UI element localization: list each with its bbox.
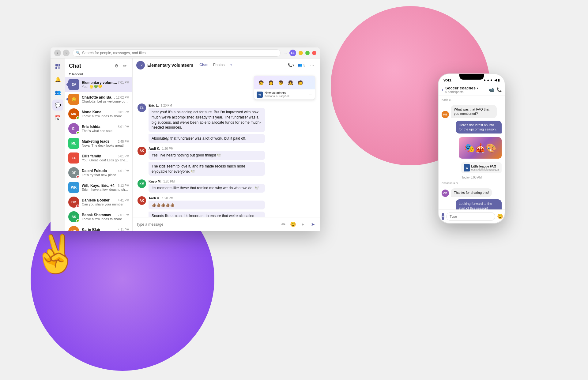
phone-notch <box>459 74 484 80</box>
message-input[interactable] <box>136 222 277 227</box>
status-dot-red <box>76 205 79 208</box>
chat-item[interactable]: WK Will, Kayo, Eric, +4 6:12 PM Eric: I … <box>65 180 132 195</box>
chat-item[interactable]: 😊 Charlotte and Babak 12:02 PM Charlotte… <box>65 92 132 107</box>
chat-item-name-row: Eric Ishida 5:01 PM <box>82 125 129 129</box>
chat-item-time: 12:02 PM <box>116 96 129 99</box>
chat-item[interactable]: DF Daichi Fukuda 4:01 PM Let's try that … <box>65 165 132 180</box>
sidebar-item-notifications[interactable]: 🔔 <box>52 74 63 85</box>
chat-item[interactable]: EI Eric Ishida 5:01 PM That's what she s… <box>65 121 132 136</box>
sidebar-item-teams[interactable] <box>52 61 63 72</box>
chat-item-info: Will, Kayo, Eric, +4 6:12 PM Eric: I hav… <box>82 183 129 191</box>
message-bubble: Yes, I've heard nothing but good things!… <box>149 151 265 160</box>
attach-button[interactable]: + <box>299 221 307 228</box>
phone-call-icon[interactable]: 📞 <box>496 87 502 92</box>
phone-message-input[interactable] <box>446 212 495 221</box>
message-content: Aadi K. 1:20 PM 👍🏽👍🏽👍🏽👍🏽👍🏽 Sounds like a… <box>149 196 315 217</box>
window-minimize-button[interactable] <box>299 51 303 55</box>
chat-item-preview: Can you share your number <box>82 202 129 206</box>
sidebar-item-chat[interactable]: 💬 <box>52 100 63 111</box>
more-icon[interactable]: ··· <box>309 92 312 97</box>
chat-list-actions: ⚙ ✏ <box>113 62 129 70</box>
phone-chat-actions: 📹 📞 <box>489 87 502 92</box>
phone-add-button[interactable]: + <box>442 213 444 220</box>
format-button[interactable]: ✏ <box>280 221 287 228</box>
window-close-button[interactable] <box>312 51 316 55</box>
chat-item-time: 4:41 PM <box>118 228 129 231</box>
phone-emoji-icon[interactable]: 😊 <box>497 213 503 219</box>
volunteer-card-body: W New volunteers Personal > KadjiBell ··… <box>254 89 315 100</box>
new-chat-button[interactable]: ✏ <box>121 62 129 70</box>
message-bubbles: 👍🏽👍🏽👍🏽👍🏽👍🏽 Sounds like a plan. It's impo… <box>149 201 315 217</box>
chat-item-avatar: MK <box>68 108 79 119</box>
chat-item-name: Charlotte and Babak <box>82 95 116 100</box>
message-content: Eric L. 1:20 PM hear you! It's a balanci… <box>149 103 315 143</box>
svg-rect-2 <box>55 67 57 69</box>
sidebar-item-people[interactable]: 👥 <box>52 87 63 98</box>
send-button[interactable]: ➤ <box>309 221 316 228</box>
tab-add[interactable]: + <box>228 62 235 68</box>
status-dot-green <box>76 219 79 222</box>
chat-item[interactable]: EF Ellis family 5:01 PM You: Great idea!… <box>65 151 132 165</box>
chat-item[interactable]: BS Babak Shammas 7:01 PM I have a few id… <box>65 209 132 224</box>
chat-item[interactable]: ML Marketing leads 2:45 PM Nova: The dec… <box>65 136 132 151</box>
chat-item[interactable]: EV Elementary volunteers 7:01 PM You: 🌟💚… <box>65 77 132 92</box>
status-dot-green <box>76 131 79 134</box>
chat-item-time: 4:01 PM <box>118 169 129 173</box>
search-input[interactable] <box>82 51 277 55</box>
message-bubble: It's moments like these that remind me w… <box>149 184 265 193</box>
emoji-button[interactable]: 😊 <box>289 221 297 228</box>
phone-chat-info: Soccer coaches › 6 participants <box>445 86 487 94</box>
message-sender-line: Eric L. 1:20 PM <box>149 103 315 107</box>
message-time: 1:20 PM <box>162 147 173 150</box>
more-options-icon[interactable]: ... <box>284 51 287 55</box>
chat-item-info: Elementary volunteers 7:01 PM You: 🌟💚💛 <box>82 81 129 89</box>
volunteer-card-avatars: 🧒 👩 👦 👧 🧑 <box>254 76 315 89</box>
chat-item[interactable]: KB Karin Blair 4:41 PM That's fine with … <box>65 224 132 231</box>
chat-item-info: Mona Kane 9:01 PM I have a few ideas to … <box>82 110 129 118</box>
nav-forward-button[interactable]: › <box>63 50 70 56</box>
chat-item-name: Mona Kane <box>82 110 101 114</box>
filter-button[interactable]: ⚙ <box>113 62 120 70</box>
chat-item-name-row: Marketing leads 2:45 PM <box>82 139 129 144</box>
message-bubble: hear you! It's a balancing act for sure.… <box>149 108 265 132</box>
chat-item-info: Karin Blair 4:41 PM That's fine with me <box>82 228 129 231</box>
tab-chat[interactable]: Chat <box>197 62 210 68</box>
window-maximize-button[interactable] <box>305 51 310 55</box>
sidebar-item-calendar[interactable]: 📅 <box>52 112 63 123</box>
chat-list-title: Chat <box>69 63 81 69</box>
chat-item-info: Danielle Booker 4:41 PM Can you share yo… <box>82 198 129 206</box>
video-call-icon[interactable]: 📹 <box>489 87 494 92</box>
search-icon: 🔍 <box>76 51 80 55</box>
chat-item-preview: That's what she said <box>82 129 129 133</box>
phone-image-wrap: 🎭🎪🎨 <box>442 137 502 159</box>
title-bar: ‹ › 🔍 ... EL <box>51 47 320 58</box>
chat-item-avatar: EF <box>68 152 79 164</box>
tab-photos[interactable]: Photos <box>211 62 227 68</box>
chat-item-info: Babak Shammas 7:01 PM I have a few ideas… <box>82 213 129 221</box>
chat-item-preview: You: 🌟💚💛 <box>82 85 129 89</box>
call-button[interactable]: 📞▾ <box>287 61 295 70</box>
more-options-button[interactable]: ··· <box>308 61 316 70</box>
chat-item[interactable]: MK Mona Kane 9:01 PM I have a few ideas … <box>65 107 132 121</box>
chat-item-time: 5:01 PM <box>118 125 129 129</box>
chat-item-name: Ellis family <box>82 154 101 158</box>
phone-file-wrap: W Little league FAQ eastsidelittleleague… <box>442 162 502 173</box>
svg-rect-3 <box>58 66 60 69</box>
message-avatar: EL <box>138 103 146 112</box>
phone-photo-icon[interactable]: 🖼️ <box>505 213 505 219</box>
nav-back-button[interactable]: ‹ <box>54 50 61 56</box>
chat-item-name-row: Karin Blair 4:41 PM <box>82 228 129 231</box>
chat-header-avatar: EV <box>136 61 145 70</box>
chat-item-name: Elementary volunteers <box>82 81 118 85</box>
word-file-icon: W <box>464 164 470 171</box>
chat-item-preview: Charlotte: Let us welcome our new PTA vo… <box>82 100 129 103</box>
chat-item-info: Marketing leads 2:45 PM Nova: The deck l… <box>82 139 129 147</box>
message-content: Kayo M. 1:20 PM It's moments like these … <box>149 179 315 193</box>
signal-icon: ▲▲▲ <box>483 78 493 82</box>
phone-sender-label: Cassandra D. <box>442 182 502 185</box>
phone-message-avatar: KB <box>442 111 449 118</box>
chat-item[interactable]: DB Danielle Booker 4:41 PM Can you share… <box>65 195 132 209</box>
svg-rect-1 <box>58 64 60 66</box>
phone-back-button[interactable]: ‹ <box>442 87 443 93</box>
vol-avatar: 👩 <box>266 78 275 87</box>
